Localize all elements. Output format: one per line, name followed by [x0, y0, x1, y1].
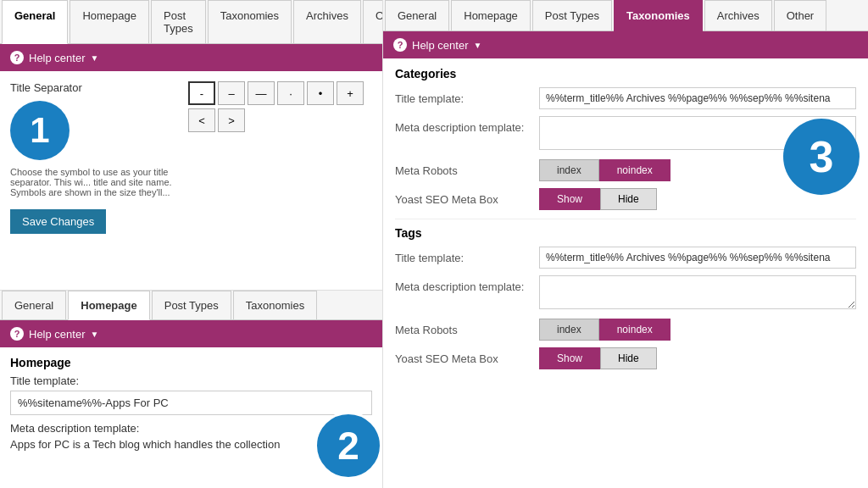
circle-3: 3: [783, 119, 860, 195]
tab-archives-left[interactable]: Archives: [293, 0, 361, 43]
tags-noindex-btn[interactable]: noindex: [599, 319, 670, 341]
categories-title: Categories: [395, 67, 856, 80]
tags-show-btn[interactable]: Show: [539, 347, 600, 369]
help-bar-right[interactable]: ? Help center ▼: [383, 31, 868, 58]
cat-show-btn[interactable]: Show: [539, 188, 600, 210]
sep-btn-gt[interactable]: >: [218, 108, 245, 132]
tags-section: Tags Title template: Meta description te…: [395, 226, 856, 369]
tags-yoast-label: Yoast SEO Meta Box: [395, 352, 531, 365]
help-icon-top-left: ?: [10, 51, 24, 64]
section-divider: [395, 219, 856, 219]
tags-title-template-input[interactable]: [539, 247, 856, 269]
cat-title-template-input[interactable]: [539, 87, 856, 109]
cat-yoast-label: Yoast SEO Meta Box: [395, 193, 531, 206]
cat-yoast-toggle: Show Hide: [539, 188, 657, 210]
sep-btn-lt[interactable]: <: [188, 108, 215, 132]
help-bar-label-right: Help center: [412, 39, 468, 52]
cat-title-input-wrap: [539, 87, 856, 109]
help-chevron-top-left: ▼: [90, 53, 98, 63]
cat-meta-robots-label: Meta Robots: [395, 164, 531, 177]
circle-3-wrap: 3: [783, 119, 860, 195]
sep-btn-hyphen[interactable]: -: [188, 81, 215, 105]
sep-row-1: - – — · • +: [188, 81, 364, 105]
lower-left-content: Homepage Title template: Meta descriptio…: [0, 347, 382, 488]
tab-homepage-left[interactable]: Homepage: [70, 0, 149, 43]
tags-index-btn[interactable]: index: [539, 319, 599, 341]
title-separator-label: Title Separator: [10, 81, 188, 94]
tags-meta-desc-input-wrap: [539, 275, 856, 312]
left-second-tabs: General Homepage Post Types Taxonomies: [0, 290, 382, 320]
right-top-tabs: General Homepage Post Types Taxonomies A…: [383, 0, 868, 31]
tags-meta-robots-toggle: index noindex: [539, 319, 670, 341]
title-template-label-left: Title template:: [10, 374, 372, 387]
tab-taxonomies-left[interactable]: Taxonomies: [208, 0, 292, 43]
tab-posttypes-right[interactable]: Post Types: [532, 0, 612, 30]
help-icon-right: ?: [393, 38, 407, 52]
help-chevron-right: ▼: [473, 41, 481, 50]
tab2-homepage[interactable]: Homepage: [68, 291, 149, 320]
cat-hide-btn[interactable]: Hide: [600, 188, 657, 210]
tags-title-template-label: Title template:: [395, 247, 531, 264]
tab-posttypes-left[interactable]: Post Types: [151, 0, 206, 43]
tags-yoast-row: Yoast SEO Meta Box Show Hide: [395, 347, 856, 369]
tab-other-right[interactable]: Other: [774, 0, 827, 30]
save-changes-button[interactable]: Save Changes: [10, 209, 106, 234]
tags-meta-robots-label: Meta Robots: [395, 324, 531, 336]
tags-meta-desc-row: Meta description template:: [395, 275, 856, 312]
tags-title-input-wrap: [539, 247, 856, 269]
help-bar-top-left[interactable]: ? Help center ▼: [0, 44, 382, 71]
tags-yoast-toggle: Show Hide: [539, 347, 657, 369]
sep-btn-emdash[interactable]: —: [248, 81, 275, 105]
left-top-tabs: General Homepage Post Types Taxonomies A…: [0, 0, 382, 44]
circle-2: 2: [314, 412, 382, 480]
tags-hide-btn[interactable]: Hide: [600, 347, 657, 369]
sep-btn-plus[interactable]: +: [337, 81, 364, 105]
separator-controls: - – — · • + < >: [188, 81, 364, 132]
tab-other-left[interactable]: Other: [363, 0, 383, 43]
cat-title-row: Title template:: [395, 87, 856, 109]
tab2-general[interactable]: General: [2, 291, 66, 319]
tab-general-right[interactable]: General: [385, 0, 449, 30]
tags-meta-robots-row: Meta Robots index noindex: [395, 319, 856, 341]
tab-general-left[interactable]: General: [2, 0, 68, 44]
help-bar-label-top-left: Help center: [29, 52, 85, 64]
cat-index-btn[interactable]: index: [539, 159, 599, 181]
homepage-section-title: Homepage: [10, 356, 372, 369]
helper-text: Choose the symbol to use as your title s…: [10, 167, 188, 197]
cat-meta-robots-toggle: index noindex: [539, 159, 670, 181]
top-left-content: Title Separator 1 Choose the symbol to u…: [0, 71, 382, 290]
circle-2-wrap: 2: [314, 412, 382, 480]
tags-title: Tags: [395, 226, 856, 240]
help-chevron-second-left: ▼: [90, 330, 98, 339]
help-bar-second-left[interactable]: ? Help center ▼: [0, 320, 382, 347]
sep-btn-endash[interactable]: –: [218, 81, 245, 105]
tab-homepage-right[interactable]: Homepage: [451, 0, 531, 30]
tags-meta-desc-textarea[interactable]: [539, 275, 856, 309]
tab2-taxonomies[interactable]: Taxonomies: [233, 291, 317, 319]
cat-meta-desc-label: Meta description template:: [395, 116, 531, 134]
sep-btn-bullet[interactable]: •: [307, 81, 334, 105]
sep-row-2: < >: [188, 108, 364, 132]
tags-meta-desc-label: Meta description template:: [395, 275, 531, 293]
cat-noindex-btn[interactable]: noindex: [599, 159, 670, 181]
tab2-posttypes[interactable]: Post Types: [152, 291, 231, 319]
tab-archives-right[interactable]: Archives: [704, 0, 772, 30]
sep-btn-dot[interactable]: ·: [277, 81, 304, 105]
circle-1: 1: [10, 101, 70, 160]
tab-taxonomies-right[interactable]: Taxonomies: [614, 0, 703, 31]
help-bar-label-second-left: Help center: [29, 328, 85, 341]
tags-title-row: Title template:: [395, 247, 856, 269]
help-icon-second-left: ?: [10, 327, 24, 341]
cat-title-template-label: Title template:: [395, 87, 531, 105]
